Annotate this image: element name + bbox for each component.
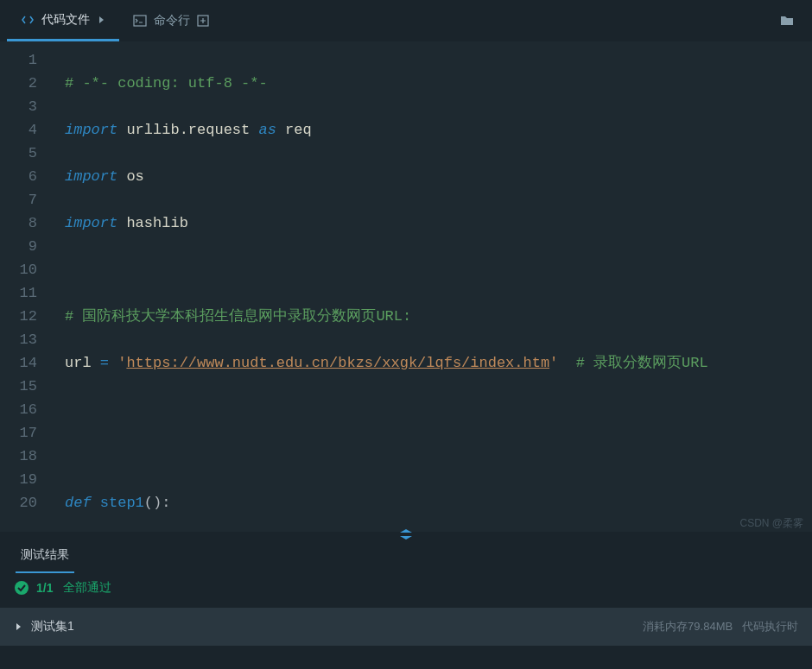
chevron-right-icon [14, 622, 22, 631]
code-editor[interactable]: 1234567891011121314151617181920 # -*- co… [0, 41, 812, 532]
code-icon [21, 13, 35, 27]
pass-text: 全部通过 [63, 580, 111, 596]
terminal-icon [133, 14, 147, 28]
results-summary: 1/1 全部通过 [0, 575, 812, 608]
folder-icon[interactable] [769, 13, 805, 28]
test-set-row[interactable]: 测试集1 消耗内存79.84MB 代码执行时 [0, 608, 812, 646]
line-gutter: 1234567891011121314151617181920 [0, 41, 48, 532]
panel-divider[interactable] [0, 532, 812, 537]
new-tab-icon[interactable] [197, 15, 209, 27]
watermark: CSDN @柔雾 [739, 516, 803, 531]
tab-test-results[interactable]: 测试结果 [16, 539, 74, 573]
tab-code-file[interactable]: 代码文件 [7, 0, 119, 41]
tab-bar: 代码文件 命令行 [0, 0, 812, 41]
pass-count: 1/1 [36, 581, 53, 595]
code-content[interactable]: # -*- coding: utf-8 -*- import urllib.re… [48, 41, 812, 532]
drag-handle-icon[interactable] [393, 529, 419, 540]
results-tabs: 测试结果 [0, 537, 812, 575]
tab-command-line[interactable]: 命令行 [119, 0, 223, 41]
svg-point-2 [15, 581, 29, 595]
results-panel: 测试结果 1/1 全部通过 测试集1 消耗内存79.84MB 代码执行时 [0, 537, 812, 669]
tab-label: 代码文件 [41, 12, 90, 28]
test-meta: 消耗内存79.84MB 代码执行时 [643, 619, 798, 634]
check-circle-icon [14, 580, 29, 596]
tab-label: 命令行 [154, 13, 190, 28]
test-set-label: 测试集1 [31, 619, 74, 634]
svg-rect-0 [134, 16, 146, 26]
chevron-right-icon [97, 16, 105, 24]
